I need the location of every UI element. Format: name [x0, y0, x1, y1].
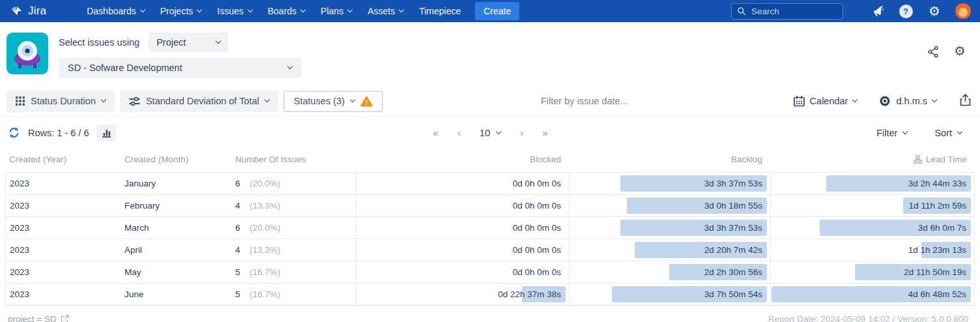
table-row: 2023March6(20.0%)0d 0h 0m 0s3d 3h 37m 53…: [5, 216, 975, 239]
table-body: 2023January6(20.0%)0d 0h 0m 0s3d 3h 37m …: [5, 172, 975, 306]
table-row: 2023April4(13.3%)0d 0h 0m 0s2d 20h 7m 42…: [5, 239, 975, 261]
cell-lead-time: 4d 6h 48m 52s: [770, 284, 975, 305]
issue-count: 4: [235, 201, 243, 211]
report-type-button[interactable]: Status Duration: [7, 91, 115, 112]
rows-count-label: Rows: 1 - 6 / 6: [28, 128, 89, 138]
nav-item-timepiece[interactable]: Timepiece: [411, 0, 468, 22]
duration-value: 3d 7h 50m 54s: [704, 289, 762, 299]
search-input[interactable]: [751, 7, 829, 16]
issue-date-filter-input[interactable]: [388, 96, 781, 106]
chevron-down-icon: [216, 38, 221, 44]
jira-logo-text: Jira: [28, 5, 46, 18]
column-header-number-of-issues[interactable]: Number Of Issues: [231, 149, 356, 172]
select-issues-label: Select issues using: [59, 37, 139, 48]
create-button[interactable]: Create: [475, 2, 519, 20]
export-button[interactable]: [960, 94, 971, 108]
duration-value: 0d 0h 0m 0s: [513, 223, 561, 233]
column-header-backlog[interactable]: Backlog: [569, 149, 770, 172]
global-search[interactable]: [731, 3, 843, 20]
nav-item-projects[interactable]: Projects: [152, 0, 210, 22]
cell-backlog: 3d 3h 37m 53s: [569, 173, 770, 194]
issue-percent: (20.0%): [250, 223, 280, 233]
duration-value: 3d 3h 37m 53s: [704, 223, 762, 233]
duration-value: 0d 0h 0m 0s: [513, 179, 561, 188]
calendar-select[interactable]: Calendar: [786, 96, 865, 107]
cell-lead-time: 1d 11h 2m 59s: [770, 195, 975, 216]
help-button[interactable]: ?: [898, 3, 914, 19]
nav-item-plans[interactable]: Plans: [313, 0, 360, 22]
share-button[interactable]: [927, 46, 940, 61]
first-page-button[interactable]: «: [433, 127, 437, 138]
table-row: 2023January6(20.0%)0d 0h 0m 0s3d 3h 37m …: [5, 172, 975, 194]
duration-value: 1d 11h 2m 59s: [909, 201, 966, 211]
chevron-down-icon: [852, 97, 857, 102]
nav-item-assets[interactable]: Assets: [360, 0, 411, 22]
cell-backlog: 2d 20h 7m 42s: [569, 239, 770, 261]
cell-blocked: 0d 22h 37m 38s: [356, 284, 569, 305]
issue-source-select[interactable]: Project: [149, 33, 228, 52]
nav-item-dashboards[interactable]: Dashboards: [79, 0, 152, 22]
project-select[interactable]: SD - Sofware Development: [59, 57, 301, 78]
issue-percent: (16.7%): [250, 289, 280, 299]
external-link-icon: [61, 315, 69, 322]
help-icon: ?: [899, 5, 913, 18]
grid-icon: [16, 96, 25, 106]
chevron-down-icon: [287, 64, 293, 69]
next-page-button[interactable]: ›: [520, 127, 523, 138]
duration-value: 3d 0h 18m 55s: [704, 201, 762, 211]
filter-menu[interactable]: Filter: [876, 128, 907, 138]
prev-page-button[interactable]: ‹: [457, 127, 460, 138]
hierarchy-icon: [914, 155, 922, 164]
column-header-blocked[interactable]: Blocked: [356, 149, 569, 172]
report-header: Select issues using Project SD - Sofware…: [0, 22, 980, 86]
cell-created-month: April: [121, 239, 231, 261]
time-format-select[interactable]: d.h.m.s: [871, 95, 944, 107]
cell-blocked: 0d 0h 0m 0s: [356, 195, 569, 216]
refresh-button[interactable]: [8, 126, 20, 139]
cell-created-year: 2023: [5, 284, 121, 305]
share-icon: [927, 46, 940, 58]
cell-created-month: March: [121, 217, 231, 239]
gear-icon: ⚙: [954, 44, 966, 58]
statuses-button[interactable]: Statuses (3): [283, 91, 383, 112]
duration-value: 0d 0h 0m 0s: [513, 245, 561, 255]
column-header-lead-time[interactable]: Lead Time: [770, 149, 975, 172]
top-navigation: Jira Dashboards Projects Issues Boards P…: [0, 0, 980, 22]
page-size-select[interactable]: 10: [480, 127, 501, 138]
report-settings-button[interactable]: ⚙: [954, 44, 966, 61]
cell-blocked: 0d 0h 0m 0s: [356, 217, 569, 239]
search-icon: [737, 7, 746, 16]
cell-backlog: 3d 3h 37m 53s: [569, 217, 770, 239]
last-page-button[interactable]: »: [542, 127, 547, 138]
gear-icon: ⚙: [929, 5, 940, 18]
issue-count: 5: [235, 267, 243, 277]
issue-count: 5: [235, 289, 243, 299]
cell-number-of-issues: 6(20.0%): [231, 173, 356, 194]
settings-button[interactable]: ⚙: [927, 3, 942, 19]
cell-blocked: 0d 0h 0m 0s: [356, 261, 569, 283]
jql-link[interactable]: project = SD: [8, 314, 69, 322]
pagination: « ‹ 10 › »: [433, 127, 547, 138]
metric-button[interactable]: Standard Deviation of Total: [120, 91, 278, 112]
nav-item-issues[interactable]: Issues: [209, 0, 259, 22]
calendar-icon: [794, 96, 805, 107]
cell-created-year: 2023: [5, 173, 121, 194]
cell-number-of-issues: 5(16.7%): [231, 284, 356, 305]
cell-number-of-issues: 5(16.7%): [231, 261, 356, 283]
jira-logo[interactable]: Jira: [9, 4, 46, 18]
chart-view-button[interactable]: [96, 124, 116, 141]
profile-button[interactable]: [955, 3, 971, 19]
cell-created-year: 2023: [5, 217, 121, 239]
chevron-down-icon: [197, 7, 202, 12]
duration-value: 2d 2h 30m 56s: [704, 267, 762, 277]
chevron-down-icon: [932, 97, 937, 102]
nav-item-boards[interactable]: Boards: [260, 0, 313, 22]
cell-created-year: 2023: [5, 239, 121, 261]
announcements-button[interactable]: [869, 3, 885, 19]
duration-value: 3d 2h 44m 33s: [908, 179, 966, 188]
sort-menu[interactable]: Sort: [934, 128, 962, 138]
table-header: Created (Year) Created (Month) Number Of…: [5, 149, 975, 172]
status-duration-table: Created (Year) Created (Month) Number Of…: [5, 149, 975, 306]
column-header-created-year[interactable]: Created (Year): [5, 149, 121, 172]
column-header-created-month[interactable]: Created (Month): [121, 149, 231, 172]
